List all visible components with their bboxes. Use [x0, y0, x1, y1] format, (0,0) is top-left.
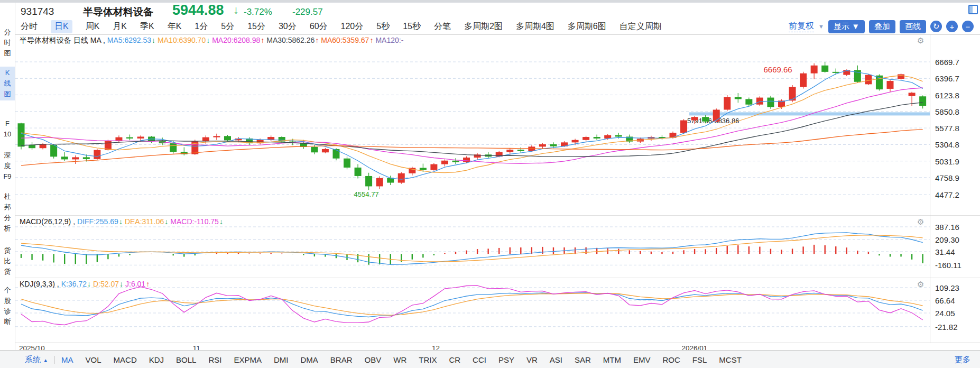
kdj-chart[interactable] — [15, 278, 930, 343]
candle-body — [865, 75, 872, 85]
more-button[interactable]: 更多 — [955, 355, 970, 365]
indicator-tab-EMV[interactable]: EMV — [633, 355, 651, 364]
sidebar-item-f10[interactable]: F10 — [0, 117, 15, 141]
tab-30分[interactable]: 30分 — [279, 21, 297, 32]
trend-arrow-icon: ↓ — [164, 217, 168, 226]
tab-15秒[interactable]: 15秒 — [403, 21, 421, 32]
candle-body — [441, 161, 448, 164]
indicator-tab-ROC[interactable]: ROC — [662, 355, 680, 364]
indicator-tab-CR[interactable]: CR — [449, 355, 460, 364]
candle-body — [267, 137, 274, 140]
sidebar-item-huobihuo[interactable]: 货比货 — [0, 244, 15, 278]
indicator-label: MACD(26,12,9) , — [20, 217, 75, 226]
display-button[interactable]: 显示 ▼ — [828, 20, 865, 33]
indicator-tab-SAR[interactable]: SAR — [575, 355, 591, 364]
tab-日K[interactable]: 日K — [51, 20, 72, 33]
indicator-tab-RSI[interactable]: RSI — [208, 355, 221, 364]
kdj-settings-gear-icon[interactable]: ⚙ — [917, 280, 924, 289]
tab-5分[interactable]: 5分 — [221, 21, 234, 32]
ma-info-row: 半导体材料设备 日线 MA ,MA5:6292.53↓MA10:6390.70↓… — [20, 36, 405, 45]
indicator-tab-MACD[interactable]: MACD — [114, 355, 137, 364]
candle-body — [332, 149, 339, 159]
indicator-tab-BRAR[interactable]: BRAR — [330, 355, 353, 364]
indicator-tab-VOL[interactable]: VOL — [86, 355, 101, 364]
tab-60分[interactable]: 60分 — [310, 21, 328, 32]
sidebar-item-shendu-f9[interactable]: 深度F9 — [0, 149, 15, 183]
macd-settings-gear-icon[interactable]: ⚙ — [917, 217, 924, 227]
indicator-tab-CCI[interactable]: CCI — [473, 355, 486, 364]
candle-body — [789, 87, 796, 101]
y-axis-tick: 24.05 — [935, 308, 955, 317]
change-amount: -229.57 — [292, 7, 323, 17]
overlay-button[interactable]: 叠加 — [869, 20, 895, 33]
tab-5秒[interactable]: 5秒 — [376, 21, 390, 32]
refresh-button[interactable]: ↻ — [930, 21, 942, 32]
candle-body — [137, 136, 144, 138]
candle-body — [463, 158, 470, 162]
indicator-tab-DMA[interactable]: DMA — [301, 355, 318, 364]
draw-line-button[interactable]: 画线 — [900, 20, 926, 33]
adjust-caret-icon[interactable]: ▼ — [818, 23, 824, 30]
tab-多周期6图[interactable]: 多周期6图 — [568, 21, 606, 32]
zoom-in-button[interactable]: + — [946, 21, 958, 32]
y-axis-tick: 109.23 — [935, 283, 959, 292]
indicator-value: MA30:5862.26 — [266, 36, 315, 44]
adjust-mode-button[interactable]: 前复权 — [789, 21, 814, 32]
candle-body — [452, 161, 459, 162]
period-tabbar: 分时日K周K月K季K年K1分5分15分30分60分120分5秒15秒分笔多周期2… — [15, 19, 980, 35]
tab-1分[interactable]: 1分 — [195, 21, 208, 32]
sidebar-item-fenshitu[interactable]: 分时图 — [0, 26, 15, 60]
indicator-tab-DMI[interactable]: DMI — [274, 355, 289, 364]
indicator-tab-WR[interactable]: WR — [393, 355, 406, 364]
tab-周K[interactable]: 周K — [86, 21, 100, 32]
trend-arrow-icon: ↑ — [369, 36, 373, 44]
indicator-tab-ASI[interactable]: ASI — [550, 355, 562, 364]
sidebar-item-kxiantu[interactable]: K线图 — [0, 67, 15, 100]
candle-body — [311, 147, 318, 152]
kline-settings-gear-icon[interactable]: ⚙ — [917, 36, 924, 45]
candle-body — [322, 149, 329, 152]
sidebar-item-dubang-fenxi[interactable]: 杜邦分析 — [0, 190, 15, 235]
trend-arrow-icon: ↓ — [219, 217, 223, 226]
tab-多周期4图[interactable]: 多周期4图 — [516, 21, 554, 32]
candle-body — [724, 97, 731, 109]
kline-chart[interactable]: 5791.56-5836.866669.664554.77 — [15, 34, 930, 215]
indicator-tab-EXPMA[interactable]: EXPMA — [234, 355, 262, 364]
candle-body — [767, 98, 774, 107]
indicator-tab-FSL[interactable]: FSL — [692, 355, 707, 364]
candle-body — [594, 137, 600, 139]
candle-body — [887, 81, 894, 89]
tab-15分[interactable]: 15分 — [247, 21, 265, 32]
indicator-tab-OBV[interactable]: OBV — [365, 355, 382, 364]
indicator-tab-PSY[interactable]: PSY — [498, 355, 514, 364]
indicator-tab-MA[interactable]: MA — [61, 355, 73, 364]
tab-年K[interactable]: 年K — [168, 21, 182, 32]
zoom-out-button[interactable]: − — [962, 21, 974, 32]
indicator-tab-TRIX[interactable]: TRIX — [419, 355, 437, 364]
candle-body — [539, 144, 546, 147]
y-axis-tick: 6396.7 — [935, 74, 959, 83]
indicator-tab-MCST[interactable]: MCST — [719, 355, 742, 364]
indicator-tab-BOLL[interactable]: BOLL — [176, 355, 196, 364]
candle-body — [919, 96, 926, 106]
panel-layout-icon[interactable] — [968, 5, 978, 14]
y-axis-tick: -160.11 — [935, 261, 961, 270]
system-menu-button[interactable]: 系统 ▲ — [25, 355, 48, 365]
sidebar-item-gegu-zhenduan[interactable]: 个股诊断 — [0, 284, 15, 328]
ma10-line — [21, 76, 923, 173]
tab-月K[interactable]: 月K — [113, 21, 127, 32]
trend-arrow-icon: ↑ — [315, 36, 319, 44]
trend-arrow-icon: ↑ — [261, 36, 264, 44]
tab-分笔[interactable]: 分笔 — [434, 21, 451, 32]
tab-多周期2图[interactable]: 多周期2图 — [464, 21, 503, 32]
tab-季K[interactable]: 季K — [140, 21, 154, 32]
tab-120分[interactable]: 120分 — [341, 21, 364, 32]
candle-body — [224, 136, 231, 140]
tab-自定义周期[interactable]: 自定义周期 — [620, 21, 662, 32]
candle-body — [811, 66, 818, 73]
indicator-tab-MTM[interactable]: MTM — [603, 355, 621, 364]
indicator-tab-KDJ[interactable]: KDJ — [149, 355, 164, 364]
indicator-label: KDJ(9,3,3) , — [20, 280, 59, 288]
indicator-tab-VR[interactable]: VR — [526, 355, 538, 364]
tab-分时[interactable]: 分时 — [21, 21, 38, 32]
